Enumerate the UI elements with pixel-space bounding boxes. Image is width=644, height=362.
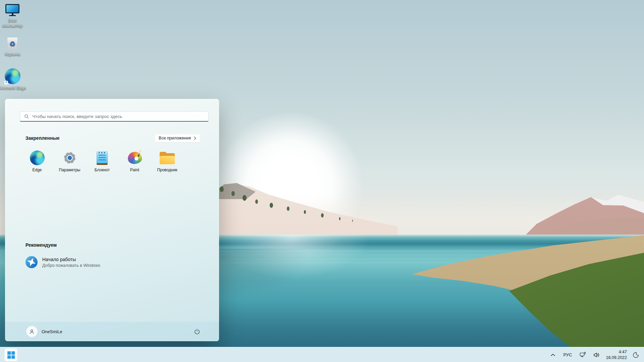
network-button[interactable] [578, 351, 588, 359]
folder-icon [160, 152, 175, 164]
desktop-icon-this-pc[interactable]: Этот компьютер [0, 4, 27, 28]
recommended-section-title: Рекомендуем [25, 242, 57, 248]
desktop-icon-label: Корзина [5, 52, 20, 57]
desktop-screen: Этот компьютер ♻ Корзина ↗ Microsoft Edg… [0, 0, 644, 362]
app-label: Параметры [59, 168, 80, 172]
search-input[interactable] [32, 114, 204, 119]
chevron-up-icon [550, 353, 555, 357]
desktop-icon-recycle-bin[interactable]: ♻ Корзина [0, 38, 27, 57]
edge-icon [30, 150, 45, 165]
windows-logo-icon [7, 351, 15, 359]
start-button[interactable] [4, 348, 17, 361]
paint-palette-icon [127, 151, 143, 165]
pinned-app-settings[interactable]: Параметры [53, 148, 86, 176]
desktop-icon-label: Этот компьютер [0, 18, 27, 28]
person-icon [29, 328, 35, 335]
network-icon [580, 352, 586, 358]
app-label: Edge [32, 168, 42, 172]
pinned-app-explorer[interactable]: Проводник [151, 148, 183, 176]
app-label: Проводник [157, 168, 177, 172]
tray-overflow-button[interactable] [549, 352, 557, 358]
get-started-icon [25, 256, 38, 268]
cliff-trees [220, 186, 224, 192]
edge-icon: ↗ [5, 68, 20, 84]
recycle-symbol-icon: ♻ [9, 41, 15, 47]
pinned-app-notepad[interactable]: Блокнот [86, 148, 118, 176]
all-apps-button[interactable]: Все приложения [155, 134, 200, 142]
notepad-icon [97, 151, 108, 165]
app-label: Paint [130, 168, 139, 172]
recommended-item-get-started[interactable]: Начало работы Добро пожаловать в Windows [21, 253, 209, 271]
chevron-right-icon [194, 136, 196, 140]
recommended-item-text: Начало работы Добро пожаловать в Windows [42, 257, 100, 268]
this-pc-icon [5, 4, 19, 17]
shortcut-arrow-icon: ↗ [4, 81, 8, 84]
app-label: Блокнот [95, 168, 110, 172]
power-icon [194, 328, 201, 335]
language-indicator[interactable]: РУС [561, 351, 574, 359]
system-tray: РУС 4:47 16.09.2022 [549, 347, 641, 362]
start-menu: Закрепленные Все приложения Edge [5, 99, 219, 341]
pinned-section-title: Закрепленные [25, 135, 60, 141]
pinned-header-row: Закрепленные Все приложения [25, 134, 200, 142]
gear-icon [62, 150, 77, 165]
desktop-icon-label: Microsoft Edge [0, 86, 26, 91]
desktop-icon-edge[interactable]: ↗ Microsoft Edge [0, 68, 27, 91]
recycle-bin-icon: ♻ [7, 38, 18, 50]
start-menu-user-bar: OneSmiLe [5, 322, 219, 341]
speaker-icon [593, 352, 600, 358]
search-box[interactable] [20, 111, 209, 122]
taskbar: РУС 4:47 16.09.2022 [0, 347, 644, 362]
pinned-app-edge[interactable]: Edge [21, 148, 53, 176]
volume-button[interactable] [592, 351, 601, 359]
recommended-item-subtitle: Добро пожаловать в Windows [42, 263, 100, 268]
user-name: OneSmiLe [42, 329, 62, 334]
pinned-apps-grid: Edge Параметры Блокнот [21, 148, 183, 176]
clock-time: 4:47 [606, 349, 627, 355]
all-apps-label: Все приложения [159, 136, 191, 140]
night-mode-button[interactable] [631, 350, 641, 360]
recommended-item-title: Начало работы [42, 257, 100, 262]
pinned-app-paint[interactable]: Paint [118, 148, 151, 176]
clock-date: 16.09.2022 [606, 355, 627, 360]
crescent-moon-icon [633, 352, 639, 358]
search-icon [24, 114, 29, 119]
user-avatar [26, 326, 38, 337]
user-account-button[interactable]: OneSmiLe [26, 324, 65, 339]
clock[interactable]: 4:47 16.09.2022 [606, 349, 627, 360]
power-button[interactable] [191, 325, 203, 338]
